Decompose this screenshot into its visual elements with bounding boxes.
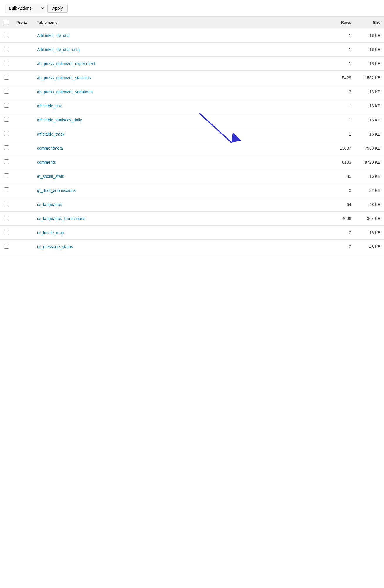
table-row: afflctable_statistics_daily 1 16 KB xyxy=(0,113,384,127)
row-checkbox-cell xyxy=(0,43,13,57)
row-table-name[interactable]: ab_press_optimizer_experiment xyxy=(33,57,328,71)
row-rows: 64 xyxy=(328,197,355,212)
row-size: 16 KB xyxy=(355,43,384,57)
row-prefix xyxy=(13,71,33,85)
row-checkbox[interactable] xyxy=(4,117,9,122)
row-checkbox[interactable] xyxy=(4,89,9,94)
row-rows: 80 xyxy=(328,169,355,183)
table-row: ab_press_optimizer_statistics 5429 1552 … xyxy=(0,71,384,85)
table-row: comments 6183 8720 KB xyxy=(0,155,384,169)
table-row: ab_press_optimizer_experiment 1 16 KB xyxy=(0,57,384,71)
row-checkbox[interactable] xyxy=(4,216,9,220)
row-rows: 1 xyxy=(328,28,355,43)
row-checkbox-cell xyxy=(0,85,13,99)
row-checkbox[interactable] xyxy=(4,75,9,80)
row-checkbox[interactable] xyxy=(4,47,9,51)
row-prefix xyxy=(13,212,33,226)
row-prefix xyxy=(13,127,33,141)
row-rows: 3 xyxy=(328,85,355,99)
row-checkbox-cell xyxy=(0,169,13,183)
row-checkbox-cell xyxy=(0,57,13,71)
bulk-actions-select[interactable]: Bulk Actions xyxy=(5,4,45,13)
row-table-name[interactable]: afflctable_statistics_daily xyxy=(33,113,328,127)
row-checkbox-cell xyxy=(0,212,13,226)
row-size: 16 KB xyxy=(355,226,384,240)
header-size: Size xyxy=(355,17,384,28)
row-prefix xyxy=(13,197,33,212)
row-table-name[interactable]: et_social_stats xyxy=(33,169,328,183)
row-size: 16 KB xyxy=(355,113,384,127)
toolbar: Bulk Actions Apply xyxy=(0,0,384,16)
row-size: 16 KB xyxy=(355,127,384,141)
row-checkbox[interactable] xyxy=(4,103,9,108)
row-prefix xyxy=(13,155,33,169)
row-prefix xyxy=(13,28,33,43)
row-checkbox[interactable] xyxy=(4,187,9,192)
row-table-name[interactable]: AffiLinker_db_stat_uniq xyxy=(33,43,328,57)
row-checkbox[interactable] xyxy=(4,131,9,136)
row-table-name[interactable]: ab_press_optimizer_statistics xyxy=(33,71,328,85)
row-table-name[interactable]: afflctable_track xyxy=(33,127,328,141)
row-table-name[interactable]: comments xyxy=(33,155,328,169)
row-checkbox[interactable] xyxy=(4,33,9,37)
row-rows: 1 xyxy=(328,43,355,57)
row-prefix xyxy=(13,169,33,183)
row-checkbox-cell xyxy=(0,99,13,113)
row-checkbox-cell xyxy=(0,113,13,127)
row-size: 16 KB xyxy=(355,99,384,113)
row-checkbox-cell xyxy=(0,183,13,197)
row-size: 48 KB xyxy=(355,240,384,254)
row-prefix xyxy=(13,99,33,113)
row-table-name[interactable]: icl_locale_map xyxy=(33,226,328,240)
row-checkbox[interactable] xyxy=(4,61,9,65)
row-checkbox-cell xyxy=(0,127,13,141)
row-checkbox[interactable] xyxy=(4,173,9,178)
row-prefix xyxy=(13,141,33,155)
table-row: icl_languages_translations 4096 304 KB xyxy=(0,212,384,226)
select-all-checkbox[interactable] xyxy=(4,20,9,24)
row-size: 304 KB xyxy=(355,212,384,226)
row-table-name[interactable]: icl_languages xyxy=(33,197,328,212)
table-row: ab_press_optimizer_variations 3 16 KB xyxy=(0,85,384,99)
row-table-name[interactable]: AffiLinker_db_stat xyxy=(33,28,328,43)
row-rows: 13087 xyxy=(328,141,355,155)
table-row: icl_message_status 0 48 KB xyxy=(0,240,384,254)
row-size: 7968 KB xyxy=(355,141,384,155)
row-rows: 6183 xyxy=(328,155,355,169)
row-size: 16 KB xyxy=(355,57,384,71)
row-prefix xyxy=(13,226,33,240)
row-table-name[interactable]: icl_message_status xyxy=(33,240,328,254)
row-checkbox-cell xyxy=(0,28,13,43)
row-prefix xyxy=(13,183,33,197)
table-row: AffiLinker_db_stat 1 16 KB xyxy=(0,28,384,43)
table-row: gf_draft_submissions 0 32 KB xyxy=(0,183,384,197)
row-checkbox[interactable] xyxy=(4,244,9,249)
row-rows: 4096 xyxy=(328,212,355,226)
row-checkbox[interactable] xyxy=(4,145,9,150)
row-rows: 0 xyxy=(328,240,355,254)
row-size: 8720 KB xyxy=(355,155,384,169)
header-check xyxy=(0,17,13,28)
row-prefix xyxy=(13,113,33,127)
row-checkbox[interactable] xyxy=(4,230,9,234)
table-header: Prefix Table name Rows Size xyxy=(0,17,384,28)
table-row: commentmeta 13087 7968 KB xyxy=(0,141,384,155)
row-table-name[interactable]: afflctable_link xyxy=(33,99,328,113)
apply-button[interactable]: Apply xyxy=(47,4,68,13)
row-rows: 1 xyxy=(328,57,355,71)
row-rows: 1 xyxy=(328,127,355,141)
row-table-name[interactable]: icl_languages_translations xyxy=(33,212,328,226)
row-checkbox[interactable] xyxy=(4,159,9,164)
row-checkbox-cell xyxy=(0,240,13,254)
table-row: AffiLinker_db_stat_uniq 1 16 KB xyxy=(0,43,384,57)
row-size: 16 KB xyxy=(355,85,384,99)
row-table-name[interactable]: ab_press_optimizer_variations xyxy=(33,85,328,99)
table-row: et_social_stats 80 16 KB xyxy=(0,169,384,183)
row-checkbox[interactable] xyxy=(4,202,9,206)
row-size: 16 KB xyxy=(355,28,384,43)
header-rows: Rows xyxy=(328,17,355,28)
header-prefix: Prefix xyxy=(13,17,33,28)
row-rows: 0 xyxy=(328,183,355,197)
row-table-name[interactable]: commentmeta xyxy=(33,141,328,155)
row-table-name[interactable]: gf_draft_submissions xyxy=(33,183,328,197)
